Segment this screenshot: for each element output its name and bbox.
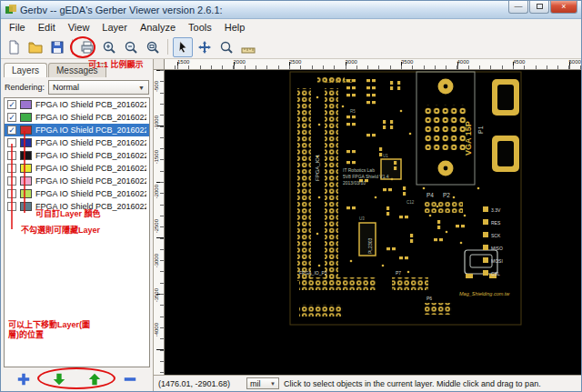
menu-view[interactable]: View bbox=[62, 21, 96, 34]
pcb-text-p2: P2 bbox=[443, 192, 450, 198]
layer-row[interactable]: FPGA IO Shield PCB_20160225- bbox=[5, 187, 149, 200]
pan-tool-button[interactable] bbox=[195, 37, 215, 57]
maximize-button[interactable] bbox=[529, 1, 549, 14]
ruler-left-label: -2000 bbox=[154, 185, 159, 198]
pcb-text-chip: PL2303 bbox=[367, 238, 373, 254]
menu-file[interactable]: File bbox=[3, 21, 32, 34]
units-value: mil bbox=[250, 379, 261, 388]
arrow-down-icon bbox=[51, 372, 67, 387]
add-layer-button[interactable] bbox=[12, 371, 35, 387]
zoom-fit-icon bbox=[146, 40, 160, 55]
rendering-label: Rendering: bbox=[5, 83, 45, 92]
layer-row[interactable]: FPGA IO Shield PCB_20160225- bbox=[5, 149, 149, 162]
layer-row[interactable]: ✓ FPGA IO Shield PCB_20160225- bbox=[5, 98, 149, 111]
menu-edit[interactable]: Edit bbox=[32, 21, 62, 34]
layer-row[interactable]: ✓ FPGA IO Shield PCB_20160225- bbox=[5, 111, 149, 124]
layer-color-swatch[interactable] bbox=[20, 113, 32, 122]
menu-help[interactable]: Help bbox=[218, 21, 252, 34]
layer-row[interactable]: FPGA IO Shield PCB_20160225- bbox=[5, 136, 149, 149]
layer-visibility-checkbox[interactable] bbox=[7, 164, 16, 173]
arrow-up-icon bbox=[86, 372, 103, 387]
pcb-text-p7: P7 bbox=[396, 270, 401, 276]
pcb-rendering: 3.3V 0V GND FPGA_IO1 VGA 15P P1 P4 P2 IT… bbox=[165, 70, 581, 375]
new-file-icon bbox=[6, 40, 21, 55]
layer-row[interactable]: FPGA IO Shield PCB_20160225- bbox=[5, 175, 149, 187]
move-layer-up-button[interactable] bbox=[83, 371, 106, 387]
zoom-in-icon bbox=[102, 40, 116, 55]
vertical-ruler: -500-1000-1500-2000-2500-3000-3500-4000 bbox=[154, 70, 165, 375]
pcb-text-header-left: FPGA_IO1 bbox=[315, 154, 320, 181]
layer-color-swatch[interactable] bbox=[20, 100, 32, 109]
layer-color-swatch[interactable] bbox=[20, 164, 32, 173]
layer-visibility-checkbox[interactable]: ✓ bbox=[7, 113, 16, 122]
menu-layer[interactable]: Layer bbox=[95, 21, 134, 34]
units-dropdown[interactable]: mil ▼ bbox=[246, 377, 279, 389]
menu-bar: File Edit View Layer Analyze Tools Help bbox=[1, 19, 581, 35]
maximize-icon bbox=[537, 4, 543, 9]
layer-list: ✓ FPGA IO Shield PCB_20160225- ✓ FPGA IO… bbox=[4, 97, 150, 367]
layer-visibility-checkbox[interactable] bbox=[7, 202, 16, 211]
layer-color-swatch[interactable] bbox=[20, 189, 32, 198]
zoom-1-1-button[interactable] bbox=[77, 37, 97, 57]
ruler-left-label: -3000 bbox=[154, 254, 159, 267]
minus-icon bbox=[122, 372, 138, 387]
open-layer-button[interactable] bbox=[25, 37, 45, 57]
remove-layer-button[interactable] bbox=[118, 371, 142, 387]
pcb-text-bottom-header: FPGA_IO_P3 bbox=[299, 270, 327, 276]
layer-color-swatch[interactable] bbox=[20, 176, 32, 186]
ruler-left-label: -500 bbox=[154, 81, 159, 92]
pcb-ref: U3 bbox=[359, 216, 365, 221]
pcb-text-power: 3.3V 0V GND bbox=[325, 78, 353, 84]
layer-visibility-checkbox[interactable] bbox=[7, 138, 16, 147]
layer-visibility-checkbox[interactable] bbox=[7, 151, 16, 160]
zoom-tool-button[interactable] bbox=[216, 37, 236, 57]
pcb-pin-label: MISO bbox=[491, 246, 503, 251]
gerber-canvas[interactable]: 3.3V 0V GND FPGA_IO1 VGA 15P P1 P4 P2 IT… bbox=[165, 70, 581, 375]
layer-color-swatch[interactable] bbox=[20, 151, 32, 160]
close-button[interactable]: × bbox=[550, 1, 577, 14]
layer-row[interactable]: FPGA IO Shield PCB_20160225- bbox=[5, 200, 149, 213]
pcb-text-vga: VGA 15P bbox=[464, 121, 473, 156]
chevron-down-icon: ▼ bbox=[138, 85, 145, 91]
pcb-text-credit1: IT Robotics Lab bbox=[343, 167, 375, 173]
layer-name: FPGA IO Shield PCB_20160225- bbox=[35, 113, 146, 122]
layer-color-swatch[interactable] bbox=[20, 138, 32, 147]
layer-name: FPGA IO Shield PCB_20160225- bbox=[35, 176, 146, 186]
layer-row[interactable]: FPGA IO Shield PCB_20160225- bbox=[5, 162, 149, 175]
layer-visibility-checkbox[interactable]: ✓ bbox=[7, 100, 16, 109]
zoom-in-button[interactable] bbox=[99, 37, 119, 57]
horizontal-ruler: 15002000250030003500400045005000 bbox=[165, 59, 581, 70]
layer-visibility-checkbox[interactable] bbox=[7, 189, 16, 198]
annotation-move-note: 可以上下移動Layer(圖層)的位置 bbox=[8, 320, 95, 340]
minimize-button[interactable]: — bbox=[508, 1, 528, 14]
panel-tabs: Layers Messages bbox=[1, 59, 153, 77]
pcb-ref: C12 bbox=[406, 200, 415, 205]
layer-row[interactable]: ✓ FPGA IO Shield PCB_20160225- bbox=[5, 124, 149, 136]
layer-visibility-checkbox[interactable] bbox=[7, 176, 16, 186]
window-title: Gerbv -- gEDA's Gerber Viewer version 2.… bbox=[20, 5, 505, 15]
menu-tools[interactable]: Tools bbox=[182, 21, 218, 34]
layer-color-swatch[interactable] bbox=[20, 202, 32, 211]
pcb-text-p4: P4 bbox=[426, 192, 434, 198]
save-button[interactable] bbox=[47, 37, 67, 57]
zoom-fit-button[interactable] bbox=[143, 37, 163, 57]
pointer-tool-button[interactable] bbox=[173, 37, 193, 57]
move-layer-down-button[interactable] bbox=[47, 371, 71, 387]
pcb-pin-label: CSL bbox=[491, 271, 500, 276]
pan-icon bbox=[197, 40, 212, 55]
rendering-value: Normal bbox=[53, 83, 79, 92]
pcb-text-p1: P1 bbox=[477, 126, 484, 134]
tab-layers[interactable]: Layers bbox=[4, 63, 47, 77]
tab-messages[interactable]: Messages bbox=[48, 63, 106, 77]
new-project-button[interactable] bbox=[4, 37, 24, 57]
layer-name: FPGA IO Shield PCB_20160225- bbox=[35, 126, 146, 135]
menu-analyze[interactable]: Analyze bbox=[134, 21, 182, 34]
layer-color-swatch[interactable] bbox=[20, 126, 32, 135]
pcb-pin-label: MOSI bbox=[491, 258, 503, 264]
zoom-out-button[interactable] bbox=[121, 37, 141, 57]
rendering-select[interactable]: Normal ▼ bbox=[48, 80, 149, 95]
pcb-ref: U1 bbox=[383, 154, 388, 158]
layer-visibility-checkbox[interactable]: ✓ bbox=[7, 126, 16, 135]
measure-tool-button[interactable] bbox=[238, 37, 258, 57]
title-bar: Gerbv -- gEDA's Gerber Viewer version 2.… bbox=[1, 1, 581, 19]
